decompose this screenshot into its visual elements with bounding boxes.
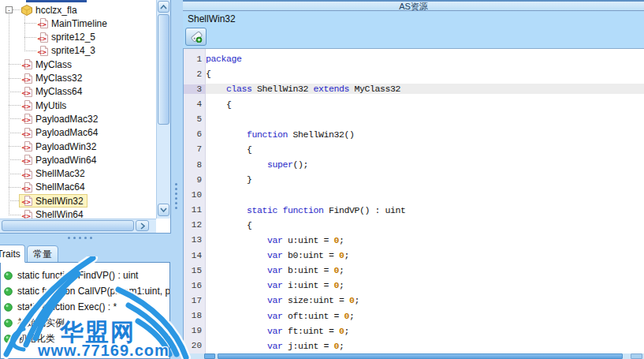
tree-item-content[interactable]: <>MyClass32 bbox=[19, 72, 86, 85]
tree-item-sprite12_5[interactable]: <>sprite12_5 bbox=[0, 31, 156, 44]
splitter-grip-dot bbox=[84, 237, 87, 239]
tab-constants[interactable]: 常量 bbox=[27, 245, 58, 263]
code-hscroll-left-button[interactable] bbox=[204, 353, 215, 359]
expander-minus-icon[interactable]: - bbox=[6, 6, 13, 13]
tree-item-content[interactable]: hcclzx_fla bbox=[19, 3, 81, 17]
tree-item-PayloadWin64[interactable]: <>PayloadWin64 bbox=[0, 153, 156, 166]
code-line-9[interactable]: 9 } bbox=[184, 172, 644, 187]
code-hscroll-thumb[interactable] bbox=[218, 353, 623, 359]
code-horizontal-scrollbar[interactable] bbox=[183, 353, 644, 359]
tree-item-content[interactable]: <>ShellMac32 bbox=[19, 167, 89, 181]
class-icon: <> bbox=[20, 181, 33, 193]
tree-item-ShellWin64[interactable]: <>ShellWin64 bbox=[0, 208, 156, 219]
code-line-1[interactable]: 1package bbox=[184, 51, 644, 66]
line-number: 13 bbox=[184, 235, 206, 245]
code-line-7[interactable]: 7 { bbox=[184, 142, 644, 157]
tree-item-content[interactable]: <>sprite12_5 bbox=[35, 31, 99, 44]
class-icon: <> bbox=[20, 195, 33, 207]
scroll-up-button[interactable] bbox=[158, 1, 169, 13]
line-number: 15 bbox=[184, 266, 206, 275]
svg-text:<>: <> bbox=[21, 115, 31, 124]
tree-item-PayloadMac64[interactable]: <>PayloadMac64 bbox=[0, 126, 156, 140]
splitter-grip-dot bbox=[175, 207, 177, 209]
code-line-3[interactable]: 3 class ShellWin32 extends MyClass32 bbox=[184, 81, 644, 96]
add-tag-button[interactable] bbox=[185, 28, 207, 46]
code-line-6[interactable]: 6 function ShellWin32() bbox=[184, 127, 644, 142]
tree-item-MyUtils[interactable]: <>MyUtils bbox=[0, 99, 156, 112]
tree-item-content[interactable]: <>MyClass bbox=[19, 58, 76, 71]
horizontal-splitter[interactable] bbox=[0, 234, 171, 244]
tree-item-MainTimeline[interactable]: <>MainTimeline bbox=[0, 17, 156, 30]
traits-list[interactable]: static function FindVP() : uintstatic fu… bbox=[0, 262, 170, 359]
tree-item-content[interactable]: <>PayloadMac32 bbox=[19, 112, 102, 125]
code-line-20[interactable]: 20 var j:uint = 0; bbox=[184, 338, 644, 353]
tree-item-content[interactable]: <>MyClass64 bbox=[19, 85, 86, 99]
tab-traits[interactable]: Traits bbox=[0, 245, 25, 263]
code-line-text: { bbox=[206, 220, 644, 230]
tree-item-sprite14_3[interactable]: <>sprite14_3 bbox=[0, 44, 156, 58]
tree-item-content[interactable]: <>ShellWin32 bbox=[19, 194, 87, 208]
tree-item-PayloadWin32[interactable]: <>PayloadWin32 bbox=[0, 140, 156, 153]
svg-text:<>: <> bbox=[37, 34, 47, 43]
code-line-14[interactable]: 14 var b0:uint = 0; bbox=[184, 248, 644, 263]
svg-text:<>: <> bbox=[21, 75, 31, 84]
code-line-17[interactable]: 17 var size:uint = 0; bbox=[184, 293, 644, 308]
code-line-5[interactable]: 5 bbox=[184, 112, 644, 127]
code-hscroll-right-button[interactable] bbox=[631, 353, 642, 359]
scroll-down-button[interactable] bbox=[158, 204, 169, 216]
vertical-splitter[interactable] bbox=[172, 0, 182, 353]
class-tree[interactable]: -hcclzx_fla<>MainTimeline<>sprite12_5<>s… bbox=[0, 0, 156, 219]
code-line-13[interactable]: 13 var u:uint = 0; bbox=[184, 233, 644, 248]
tree-item-content[interactable]: <>PayloadWin32 bbox=[19, 140, 100, 153]
trait-item[interactable]: static function CallVP(param1:uint, pa bbox=[1, 283, 169, 299]
code-line-text: var oft:uint = 0; bbox=[206, 311, 644, 321]
code-line-8[interactable]: 8 super(); bbox=[184, 157, 644, 172]
class-icon: <> bbox=[20, 140, 33, 152]
tree-item-content[interactable]: <>PayloadWin64 bbox=[19, 153, 100, 166]
code-line-12[interactable]: 12 { bbox=[184, 218, 644, 233]
code-line-11[interactable]: 11 static function FindVP() : uint bbox=[184, 203, 644, 218]
tree-item-MyClass32[interactable]: <>MyClass32 bbox=[0, 72, 156, 85]
tree-item-label: PayloadMac64 bbox=[35, 127, 98, 138]
tree-item-ShellMac32[interactable]: <>ShellMac32 bbox=[0, 167, 156, 181]
trait-item[interactable]: static function FindVP() : uint bbox=[1, 267, 169, 283]
trait-item[interactable]: 初始化实例 bbox=[1, 315, 169, 331]
tree-item-MyClass64[interactable]: <>MyClass64 bbox=[0, 85, 156, 99]
tree-vscroll-thumb[interactable] bbox=[158, 14, 169, 125]
scroll-right-button[interactable] bbox=[136, 220, 149, 231]
tree-vertical-scrollbar[interactable] bbox=[156, 0, 170, 219]
tree-item-ShellWin32[interactable]: <>ShellWin32 bbox=[0, 194, 156, 208]
line-number: 16 bbox=[184, 281, 206, 290]
code-line-2[interactable]: 2{ bbox=[184, 66, 644, 81]
svg-text:<>: <> bbox=[21, 61, 31, 69]
line-number: 7 bbox=[184, 144, 206, 154]
tree-item-content[interactable]: <>sprite14_3 bbox=[35, 44, 99, 58]
as-resource-panel-header: AS资源 bbox=[183, 0, 644, 11]
trait-item[interactable]: static function Exec() : * bbox=[1, 299, 169, 315]
tree-item-content[interactable]: <>MainTimeline bbox=[35, 17, 111, 30]
code-editor[interactable]: 1package2{3 class ShellWin32 extends MyC… bbox=[183, 48, 644, 353]
tree-item-content[interactable]: <>ShellWin64 bbox=[19, 208, 87, 219]
trait-item[interactable]: 初始化类 bbox=[1, 331, 169, 346]
tree-item-PayloadMac32[interactable]: <>PayloadMac32 bbox=[0, 112, 156, 125]
tree-item-content[interactable]: <>PayloadMac64 bbox=[19, 126, 102, 140]
code-line-18[interactable]: 18 var oft:uint = 0; bbox=[184, 309, 644, 323]
code-line-text: class ShellWin32 extends MyClass32 bbox=[206, 84, 644, 94]
code-line-text: function ShellWin32() bbox=[206, 129, 644, 140]
line-number: 19 bbox=[184, 326, 206, 335]
code-line-10[interactable]: 10 bbox=[184, 187, 644, 202]
tree-item-content[interactable]: <>ShellMac64 bbox=[19, 181, 89, 194]
code-line-19[interactable]: 19 var ft:uint = 0; bbox=[184, 323, 644, 338]
tree-item-MyClass[interactable]: <>MyClass bbox=[0, 58, 156, 71]
tree-item-hcclzx_fla[interactable]: -hcclzx_fla bbox=[0, 3, 156, 17]
code-line-16[interactable]: 16 var i:uint = 0; bbox=[184, 278, 644, 293]
tree-item-ShellMac64[interactable]: <>ShellMac64 bbox=[0, 181, 156, 194]
code-line-4[interactable]: 4 { bbox=[184, 96, 644, 111]
green-dot-icon bbox=[4, 287, 13, 296]
code-line-15[interactable]: 15 var b:uint = 0; bbox=[184, 263, 644, 278]
tree-horizontal-scrollbar[interactable] bbox=[0, 219, 156, 233]
tree-hscroll-thumb[interactable] bbox=[2, 220, 134, 231]
class-icon: <> bbox=[36, 32, 49, 43]
class-tree-panel: -hcclzx_fla<>MainTimeline<>sprite12_5<>s… bbox=[0, 0, 171, 234]
tree-item-content[interactable]: <>MyUtils bbox=[19, 99, 70, 112]
